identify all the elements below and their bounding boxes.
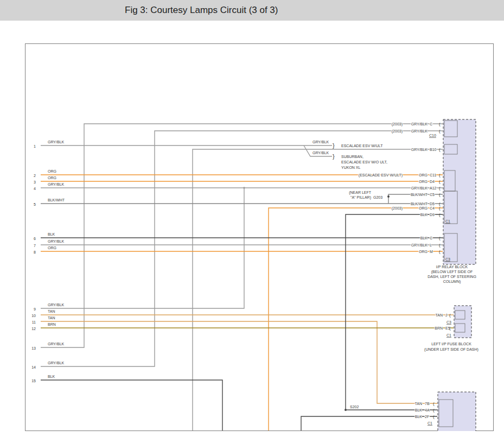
wire-2-color-label: ORG <box>48 169 56 173</box>
relay-block-caption: (BELOW LEFT SIDE OF <box>431 270 473 274</box>
wire-3-number: 3 <box>34 180 36 184</box>
terminal-icon: ( <box>439 173 441 178</box>
variant-label: SUBURBAN, <box>341 155 363 159</box>
bottom-connector-block <box>438 392 476 432</box>
wire-8-number: 8 <box>34 250 36 254</box>
wire-2-number: 2 <box>34 174 36 178</box>
pin-label: C11 <box>430 173 436 177</box>
year-note: (2003) <box>392 206 403 211</box>
pin-label: B10 <box>430 148 437 151</box>
pin-label: C <box>430 236 432 240</box>
wire-13-color-label: GRY/BLK <box>48 342 65 346</box>
wire-6-number: 6 <box>34 237 36 241</box>
ground-g203-dot <box>387 195 390 198</box>
wire-4-number: 4 <box>34 187 36 191</box>
fuse-block-caption: (UNDER LEFT SIDE OF DASH) <box>424 347 479 352</box>
pin-color-label: BRN <box>435 326 443 330</box>
relay-block-caption: I/P RELAY BLOCK <box>436 265 468 269</box>
wire-15-number: 15 <box>31 379 36 383</box>
connector-label-c1: C1 <box>428 421 432 425</box>
pin-label: 7B <box>425 402 430 406</box>
junction-dot <box>243 187 245 189</box>
variant-label: YUKON XL <box>341 166 361 169</box>
wire-12-color-label: BRN <box>48 322 56 326</box>
wire-6-color-label: BLK <box>48 232 55 236</box>
terminal-icon: ( <box>439 212 441 217</box>
pin-color-label: BLK/WHT <box>411 202 428 206</box>
pin-color-label: GRY/BLK <box>411 186 428 190</box>
terminal-icon: ( <box>439 122 441 126</box>
variant-note: (ESCALADE ESV W/ULT) <box>359 173 403 178</box>
pin-color-label: TAN <box>415 402 422 406</box>
terminal-icon: ( <box>439 206 441 211</box>
ip-relay-block <box>443 119 476 264</box>
pin-label: C <box>430 122 432 126</box>
wire-5-number: 5 <box>34 202 36 206</box>
wire-11-color-label: TAN <box>48 316 55 320</box>
terminal-icon: ( <box>439 192 441 197</box>
pin-label: D9 <box>430 213 435 217</box>
terminal-icon: ( <box>433 414 435 419</box>
wire-10-color-label: TAN <box>48 309 55 313</box>
pin-label: 2F <box>425 415 429 419</box>
wire-14-color-label: GRY/BLK <box>48 361 65 365</box>
connector-label-c3: C3 <box>445 257 450 261</box>
pin-color-label: TAN <box>436 313 443 317</box>
fuse-block-caption: LEFT I/P FUSE BLOCK <box>431 342 471 346</box>
wiring-diagram-canvas: GRY/BLK 1 ORG 2 ORG 3 GRY/BLK 4 BLK/WHT … <box>0 0 504 443</box>
year-note: (2003) <box>392 122 403 126</box>
wire-14-number: 14 <box>31 365 36 369</box>
wire-5-color-label: BLK/WHT <box>48 198 65 202</box>
brace-icon: } <box>333 153 335 160</box>
wire-1-color-label: GRY/BLK <box>48 140 65 144</box>
wire-3-color-label: ORG <box>48 176 56 180</box>
terminal-icon: ( <box>433 408 435 413</box>
wire-11-number: 11 <box>32 320 36 324</box>
ground-location-note: "A" PILLAR) <box>350 195 371 200</box>
pin-label: C4 <box>430 206 435 210</box>
pin-label: 4A <box>425 408 430 412</box>
pin-color-label: ORG <box>419 206 428 210</box>
pin-color-label: BLK <box>415 415 423 419</box>
pin-color-label: ORG <box>419 173 428 177</box>
pin-color-label: GRY/BLK <box>411 129 428 133</box>
terminal-icon: ( <box>439 129 441 134</box>
terminal-icon: ( <box>439 243 441 248</box>
pin-color-label: GRY/BLK <box>411 148 428 151</box>
relay-block-caption: COLUMN) <box>443 280 461 284</box>
pin-color-label: BLK/WHT <box>411 193 428 197</box>
wire-13-number: 13 <box>31 346 36 350</box>
terminal-icon: ( <box>439 249 441 254</box>
terminal-icon: ( <box>439 147 441 152</box>
pin-color-label: BLK <box>415 408 423 412</box>
pin-label: A12 <box>430 186 437 190</box>
variant-label: ESCALADE ESV W/O ULT, <box>341 160 387 164</box>
figure-page: Fig 3: Courtesy Lamps Circuit (3 of 3) <box>0 0 504 443</box>
pin-color-label: GRY/BLK <box>411 122 428 126</box>
brace-icon: } <box>333 142 335 149</box>
pin-label: D5 <box>430 202 435 206</box>
pin-color-label: BLK <box>420 213 428 217</box>
ground-location-note: (NEAR LEFT <box>349 191 372 195</box>
terminal-icon: ( <box>439 186 441 191</box>
branch-color-label: GRY/BLK <box>312 140 329 144</box>
wire-4-color-label: GRY/BLK <box>48 182 65 186</box>
wire-9-color-label: GRY/BLK <box>48 303 65 307</box>
splice-s202-dot <box>344 409 347 411</box>
wire-10-number: 10 <box>31 314 36 318</box>
pin-label: D4 <box>430 180 435 183</box>
wire-12-number: 12 <box>31 327 36 331</box>
connector-label-c3: C3 <box>446 320 451 324</box>
splice-id-label: S202 <box>350 405 359 409</box>
pin-label: J <box>445 313 448 317</box>
pin-label: M <box>430 250 433 254</box>
connector-label-c10: C10 <box>429 134 436 137</box>
variant-label: ESCALADE ESV W/ULT <box>341 144 383 148</box>
branch-color-label: GRY/BLK <box>312 151 329 155</box>
pin-color-label: BLK <box>420 236 428 240</box>
terminal-icon: ( <box>449 326 451 331</box>
pin-color-label: GRY/BLK <box>411 243 428 247</box>
wire-7-number: 7 <box>34 244 36 248</box>
year-note: (2003) <box>392 129 403 134</box>
pin-color-label: ORG <box>419 250 428 254</box>
